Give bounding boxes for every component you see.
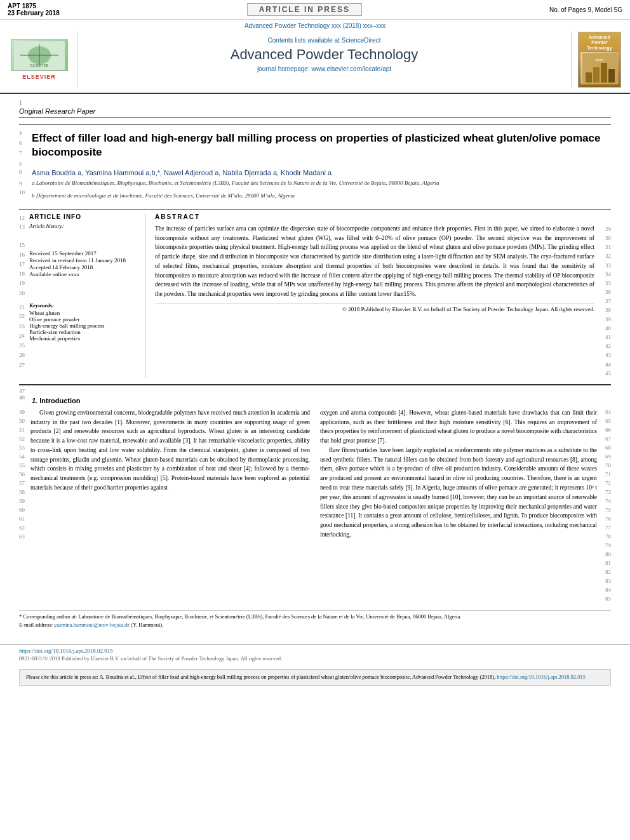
body-left-line-nums: 495051525354555657585960616263	[19, 408, 29, 604]
journal-title-area: Contents lists available at ScienceDirec…	[77, 32, 572, 88]
body-text-section: 495051525354555657585960616263 Given gro…	[19, 408, 611, 604]
page-num-1: 1	[19, 99, 22, 106]
article-title: Effect of filler load and high-energy ba…	[32, 131, 611, 159]
elsevier-logo: ELSEVIER ELSEVIER	[11, 39, 68, 80]
journal-online-link: Advanced Powder Technology xxx (2018) xx…	[8, 22, 622, 29]
keyword-line-nums: 21222324252627	[19, 302, 28, 370]
received-date: Received 15 September 2017	[29, 250, 138, 257]
abstract-content: ABSTRACT The increase of particles surfa…	[155, 213, 594, 312]
journal-content: ELSEVIER ELSEVIER Contents lists availab…	[8, 32, 622, 88]
doi-line: https://doi.org/10.1016/j.apt.2018.02.01…	[19, 648, 611, 654]
page-number-row: 1	[19, 99, 611, 106]
keyword-ball-milling: High-energy ball milling process	[29, 323, 138, 329]
history-label: Article history:	[29, 223, 138, 229]
doi-link[interactable]: https://doi.org/10.1016/j.apt.2018.02.01…	[19, 648, 113, 654]
article-type: Original Research Paper	[19, 107, 611, 118]
apt-number: APT 1875 23 February 2018	[8, 3, 60, 17]
authors: Asma Boudria a, Yasmina Hammoui a,b,*, N…	[32, 169, 611, 177]
history-line-nums: 1617181920	[19, 250, 28, 298]
svg-rect-8	[601, 63, 607, 83]
apt-cover-graphic: chart	[580, 52, 619, 84]
info-abstract-section: 1213 15 ARTICLE INFO Article history: 16…	[19, 209, 611, 378]
elsevier-logo-area: ELSEVIER ELSEVIER	[8, 32, 77, 88]
article-info-heading: ARTICLE INFO	[29, 213, 138, 220]
corresponding-author: * Corresponding author at: Laboratoire d…	[19, 613, 611, 621]
line47-row: 47	[19, 388, 611, 394]
no-of-pages: No. of Pages 9, Model 5G	[549, 6, 622, 13]
email-link[interactable]: yasmina.hammoui@univ-bejaia.dz	[54, 622, 130, 628]
keyword-olive-pomace: Olive pomace powder	[29, 316, 138, 323]
article-type-separator: Original Research Paper	[19, 107, 611, 125]
main-content: 1 Original Research Paper §675 Effect of…	[0, 94, 630, 638]
top-header: APT 1875 23 February 2018 ARTICLE IN PRE…	[0, 0, 630, 20]
svg-rect-6	[586, 72, 592, 83]
history-lines-row: 1617181920 Received 15 September 2017 Re…	[19, 250, 138, 298]
abstract-col: ABSTRACT The increase of particles surfa…	[146, 213, 611, 378]
abstract-right-nums: 2930313233343536373839404142434445	[596, 213, 611, 378]
elsevier-text: ELSEVIER	[22, 74, 56, 80]
intro-heading-row: 48 1. Introduction	[19, 394, 611, 408]
intro-para3: Raw fibres/particles have been largely e…	[320, 446, 597, 540]
body-right-col-wrapper: oxygen and aroma compounds [4]. However,…	[320, 408, 611, 604]
email-line: E-mail address: yasmina.hammoui@univ-bej…	[19, 622, 611, 629]
citation-doi-link[interactable]: https://doi.org/10.1016/j.apt.2018.02.01…	[497, 674, 586, 680]
received-revised-date: Received in revised form 11 January 2018	[29, 257, 138, 263]
footnote-area: * Corresponding author at: Laboratoire d…	[19, 613, 611, 630]
apt-cover-area: AdvancedPowderTechnology chart	[572, 32, 622, 88]
affiliation-b: b Département de microbiologie et de bio…	[32, 192, 611, 200]
abstract-heading: ABSTRACT	[155, 213, 594, 220]
journal-homepage: journal homepage: www.elsevier.com/locat…	[90, 65, 558, 72]
abstract-layout: ABSTRACT The increase of particles surfa…	[155, 213, 611, 378]
journal-banner: Advanced Powder Technology xxx (2018) xx…	[0, 22, 630, 94]
footnote-separator	[19, 610, 611, 611]
info-line-nums: 1213 15	[19, 213, 28, 250]
journal-main-title: Advanced Powder Technology	[90, 46, 558, 63]
authors-row: 8 Asma Boudria a, Yasmina Hammoui a,b,*,…	[19, 169, 611, 179]
title-line-nums: §675	[19, 128, 29, 169]
abstract-text: The increase of particles surface area c…	[155, 224, 594, 299]
keywords-row: 21222324252627 Keywords: Wheat gluten Ol…	[19, 302, 138, 370]
citation-text: Please cite this article in press as: A.…	[26, 674, 495, 680]
sciencedirect-link[interactable]: ScienceDirect	[342, 37, 381, 44]
contents-line: Contents lists available at ScienceDirec…	[90, 37, 558, 44]
body-right-line-nums: 6465666768697071727374757677787980818283…	[598, 408, 611, 604]
svg-text:chart: chart	[595, 58, 604, 62]
accepted-date: Accepted 14 February 2018	[29, 264, 138, 270]
affiliation-a: a Laboratoire de Biomathématiques, Bioph…	[32, 179, 611, 187]
article-in-press-banner: ARTICLE IN PRESS	[247, 3, 362, 16]
svg-text:ELSEVIER: ELSEVIER	[30, 63, 48, 67]
svg-rect-9	[608, 69, 615, 83]
intro-para2: oxygen and aroma compounds [4]. However,…	[320, 408, 597, 446]
keyword-particle-size: Particle-size reduction	[29, 329, 138, 335]
body-left-col: Given growing environmental concerns, bi…	[30, 408, 310, 604]
body-left-col-wrapper: 495051525354555657585960616263 Given gro…	[19, 408, 310, 604]
svg-rect-7	[593, 67, 600, 83]
available-online: Available online xxxx	[29, 271, 138, 277]
copyright-line: © 2018 Published by Elsevier B.V. on beh…	[155, 303, 594, 312]
intro-para1: Given growing environmental concerns, bi…	[30, 408, 310, 493]
keywords-content: Keywords: Wheat gluten Olive pomace powd…	[29, 302, 138, 370]
introduction-heading: 1. Introduction	[32, 397, 80, 404]
elsevier-image: ELSEVIER	[11, 39, 68, 71]
title-section: §675 Effect of filler load and high-ener…	[19, 128, 611, 169]
apt-cover-image: AdvancedPowderTechnology chart	[578, 32, 621, 88]
affiliations: a Laboratoire de Biomathématiques, Bioph…	[32, 179, 611, 205]
affiliations-row: 910 a Laboratoire de Biomathématiques, B…	[19, 179, 611, 205]
info-line-nums-row: 1213 15 ARTICLE INFO Article history:	[19, 213, 138, 250]
affil-line-nums: 910	[19, 179, 29, 205]
footer-copyright: 0921-8831/© 2018 Published by Elsevier B…	[19, 655, 611, 662]
body-right-col: oxygen and aroma compounds [4]. However,…	[320, 408, 597, 604]
author-line-num: 8	[19, 169, 29, 179]
article-info-content: ARTICLE INFO Article history:	[29, 213, 138, 250]
citation-box: Please cite this article in press as: A.…	[19, 669, 611, 686]
keywords-label: Keywords:	[29, 302, 138, 309]
article-info-col: 1213 15 ARTICLE INFO Article history: 16…	[19, 213, 146, 378]
keyword-mechanical: Mechanical properties	[29, 335, 138, 342]
keyword-wheat-gluten: Wheat gluten	[29, 310, 138, 316]
body-separator	[19, 384, 611, 385]
page-footer: https://doi.org/10.1016/j.apt.2018.02.01…	[0, 644, 630, 664]
history-details: Received 15 September 2017 Received in r…	[29, 250, 138, 298]
